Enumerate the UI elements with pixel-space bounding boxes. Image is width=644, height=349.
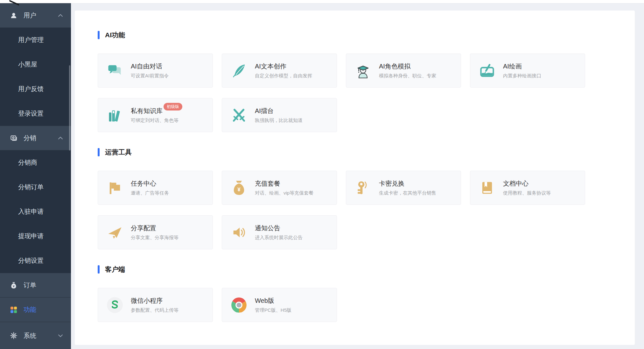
card-title: AI文本创作 bbox=[255, 62, 286, 70]
wechat-miniprogram-icon bbox=[107, 297, 123, 313]
sidebar-group-orders[interactable]: ¥ 订单 bbox=[0, 273, 71, 297]
sidebar-label: 用户 bbox=[24, 11, 36, 20]
card-text: 私有知识库 初级版 可绑定到对话、角色等 bbox=[131, 107, 182, 124]
sidebar-item-blackroom[interactable]: 小黑屋 bbox=[0, 52, 71, 77]
sidebar-item-entry-application[interactable]: 入驻申请 bbox=[0, 199, 71, 224]
sidebar-label: 分销订单 bbox=[18, 183, 44, 191]
card-text: Web版 管理PC版、H5版 bbox=[255, 297, 291, 313]
sidebar-item-withdrawal-application[interactable]: 提现申请 bbox=[0, 224, 71, 248]
chevron-up-icon bbox=[58, 14, 63, 17]
book-icon bbox=[479, 180, 495, 196]
card-share-config[interactable]: 分享配置 分享文案、分享海报等 bbox=[98, 215, 213, 249]
card-announcement[interactable]: 通知公告 进入系统时展示此公告 bbox=[222, 215, 337, 249]
sidebar-item-user-management[interactable]: 用户管理 bbox=[0, 28, 71, 52]
card-task-center[interactable]: 任务中心 邀请、广告等任务 bbox=[98, 171, 213, 205]
sidebar-scrollbar[interactable] bbox=[69, 65, 70, 151]
card-title: 卡密兑换 bbox=[379, 180, 404, 187]
gear-icon bbox=[10, 332, 18, 339]
card-wechat-miniprogram[interactable]: 微信小程序 参数配置、代码上传等 bbox=[98, 288, 213, 322]
sidebar-group-distribution[interactable]: 分销 bbox=[0, 126, 71, 150]
level-badge: 初级版 bbox=[164, 103, 182, 110]
sidebar-group-features[interactable]: 功能 bbox=[0, 297, 71, 322]
section-header: 运营工具 bbox=[98, 148, 635, 157]
card-title: 充值套餐 bbox=[255, 180, 280, 187]
card-subtitle: 分享文案、分享海报等 bbox=[131, 235, 178, 241]
chevron-down-icon bbox=[58, 334, 63, 337]
section-clients: 客户端 微信小程序 参数配置、代码上传等 bbox=[98, 265, 635, 322]
main-area: AI功能 AI自由对话 可设置AI前置指令 bbox=[71, 3, 644, 349]
section-header: AI功能 bbox=[98, 31, 635, 39]
card-text: AI绘画 内置多种绘画接口 bbox=[503, 62, 541, 79]
sidebar: 用户 用户管理 小黑屋 用户反馈 登录设置 分销 分销商 分销订单 入驻申请 提… bbox=[0, 3, 71, 349]
section-header: 客户端 bbox=[98, 265, 635, 274]
card-subtitle: 使用教程、服务协议等 bbox=[503, 190, 551, 196]
sidebar-group-system[interactable]: 系统 bbox=[0, 322, 71, 349]
card-title: Web版 bbox=[255, 297, 274, 304]
card-ai-painting[interactable]: AI绘画 内置多种绘画接口 bbox=[470, 53, 585, 88]
admin-app: 用户 用户管理 小黑屋 用户反馈 登录设置 分销 分销商 分销订单 入驻申请 提… bbox=[0, 0, 644, 349]
section-accent-bar bbox=[98, 265, 100, 274]
card-text: 分享配置 分享文案、分享海报等 bbox=[131, 224, 178, 241]
card-subtitle: 管理PC版、H5版 bbox=[255, 307, 291, 313]
user-icon bbox=[10, 12, 18, 19]
chevron-up-icon bbox=[58, 137, 63, 139]
card-subtitle: 邀请、广告等任务 bbox=[131, 190, 169, 196]
card-ai-roleplay[interactable]: AI角色模拟 模拟各种身份、职位、专家 bbox=[346, 53, 461, 88]
card-title: AI自由对话 bbox=[131, 62, 162, 70]
card-knowledge-base[interactable]: 私有知识库 初级版 可绑定到对话、角色等 bbox=[98, 98, 213, 132]
card-doc-center[interactable]: 文档中心 使用教程、服务协议等 bbox=[470, 171, 585, 205]
card-subtitle: 进入系统时展示此公告 bbox=[255, 235, 303, 241]
card-row: 微信小程序 参数配置、代码上传等 Web版 管理PC版、H5版 bbox=[98, 288, 635, 322]
card-title: AI擂台 bbox=[255, 107, 274, 115]
card-subtitle: 模拟各种身份、职位、专家 bbox=[379, 73, 436, 79]
card-subtitle: 内置多种绘画接口 bbox=[503, 73, 541, 79]
graduate-icon bbox=[355, 62, 371, 79]
card-subtitle: 对话、绘画、vip等充值套餐 bbox=[255, 190, 313, 196]
paper-plane-icon bbox=[107, 224, 123, 241]
distribution-icon bbox=[10, 134, 18, 142]
sidebar-item-distributors[interactable]: 分销商 bbox=[0, 150, 71, 175]
chat-bubbles-icon bbox=[107, 62, 123, 79]
sidebar-item-distribution-settings[interactable]: 分销设置 bbox=[0, 248, 71, 273]
sidebar-label: 系统 bbox=[24, 331, 36, 340]
card-ai-arena[interactable]: AI擂台 孰强孰弱，比比就知道 bbox=[222, 98, 337, 132]
section-accent-bar bbox=[98, 148, 100, 156]
sidebar-label: 小黑屋 bbox=[18, 60, 37, 69]
card-text: 任务中心 邀请、广告等任务 bbox=[131, 180, 169, 196]
card-subtitle: 可设置AI前置指令 bbox=[131, 73, 169, 79]
card-title: 文档中心 bbox=[503, 180, 528, 187]
card-subtitle: 可绑定到对话、角色等 bbox=[131, 118, 182, 124]
card-ai-writing[interactable]: AI文本创作 自定义创作模型，自由发挥 bbox=[222, 53, 337, 88]
content-panel: AI功能 AI自由对话 可设置AI前置指令 bbox=[75, 11, 635, 345]
card-text: 文档中心 使用教程、服务协议等 bbox=[503, 180, 551, 196]
card-subtitle: 参数配置、代码上传等 bbox=[131, 307, 178, 313]
key-icon bbox=[355, 180, 371, 196]
sidebar-group-user[interactable]: 用户 bbox=[0, 3, 71, 28]
card-subtitle: 孰强孰弱，比比就知道 bbox=[255, 118, 303, 124]
card-ai-chat[interactable]: AI自由对话 可设置AI前置指令 bbox=[98, 53, 213, 88]
card-text: AI角色模拟 模拟各种身份、职位、专家 bbox=[379, 62, 436, 79]
sidebar-item-user-feedback[interactable]: 用户反馈 bbox=[0, 77, 71, 101]
card-card-key-redeem[interactable]: 卡密兑换 生成卡密，在其他平台销售 bbox=[346, 171, 461, 205]
card-row: 私有知识库 初级版 可绑定到对话、角色等 AI擂台 孰强孰弱，比比就知道 bbox=[98, 98, 635, 132]
card-subtitle: 自定义创作模型，自由发挥 bbox=[255, 73, 312, 79]
card-title: 任务中心 bbox=[131, 180, 156, 187]
card-text: 通知公告 进入系统时展示此公告 bbox=[255, 224, 303, 241]
section-title: 运营工具 bbox=[105, 148, 132, 157]
flag-icon bbox=[107, 180, 123, 196]
card-text: AI自由对话 可设置AI前置指令 bbox=[131, 62, 169, 79]
sidebar-label: 功能 bbox=[24, 305, 36, 314]
features-grid-icon bbox=[10, 306, 18, 314]
card-title: 通知公告 bbox=[255, 224, 280, 232]
card-recharge-packages[interactable]: ¥ 充值套餐 对话、绘画、vip等充值套餐 bbox=[222, 171, 337, 205]
sidebar-label: 分销设置 bbox=[18, 256, 44, 265]
crossed-swords-icon bbox=[231, 107, 247, 124]
top-strip bbox=[0, 0, 644, 3]
money-bag-icon: ¥ bbox=[231, 180, 247, 196]
sidebar-item-distribution-orders[interactable]: 分销订单 bbox=[0, 175, 71, 199]
card-web-version[interactable]: Web版 管理PC版、H5版 bbox=[222, 288, 337, 322]
card-row: 分享配置 分享文案、分享海报等 通知公告 进入系统时展示此公告 bbox=[98, 215, 635, 249]
sidebar-label: 用户管理 bbox=[18, 36, 44, 44]
sidebar-item-login-settings[interactable]: 登录设置 bbox=[0, 101, 71, 126]
sidebar-label: 入驻申请 bbox=[18, 207, 44, 216]
